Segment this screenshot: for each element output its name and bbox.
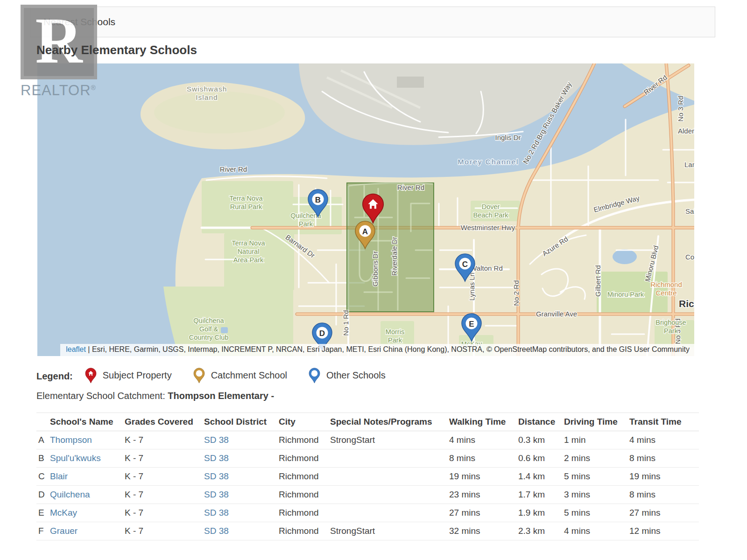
distance-cell: 1.7 km [518,486,564,504]
table-row: DQuilchenaK - 7SD 38Richmond23 mins1.7 k… [36,486,699,504]
catchment-pin-icon [193,367,205,384]
transit-cell: 19 mins [629,468,699,486]
transit-cell: 8 mins [629,449,699,468]
school-name-link[interactable]: McKay [50,508,77,518]
map-label: Alderbridge Way [678,127,694,135]
legend-label: Subject Property [103,370,172,381]
walking-cell: 27 mins [449,504,518,522]
map-label: Saba Rd [685,207,694,215]
grades-cell: K - 7 [125,504,204,522]
school-name-link-cell: Blair [50,468,125,486]
realtor-logo-letter: R [35,8,82,73]
district-link[interactable]: SD 38 [204,435,229,445]
walking-cell: 32 mins [449,522,518,540]
notes-cell: StrongStart [330,431,449,449]
table-row: CBlairK - 7SD 38Richmond19 mins1.4 km5 m… [36,468,699,486]
page-title: Nearby Elementary Schools [36,43,197,57]
distance-cell: 0.6 km [518,449,564,468]
distance-cell: 1.9 km [518,504,564,522]
map-label: Lynas Ln [468,273,476,301]
city-cell: Richmond [279,431,330,449]
map-label: River Rd [397,183,424,191]
legend-item-other: Other Schools [309,367,386,384]
leaflet-link[interactable]: leaflet [66,345,86,353]
map-label: Walton Rd [470,264,502,272]
grades-cell: K - 7 [125,486,204,504]
city-cell: Richmond [279,449,330,468]
school-name-link-cell: Spul'u'kwuks [50,449,125,468]
marker-letter: A [362,227,368,236]
driving-cell: 3 mins [564,486,629,504]
col-walking: Walking Time [449,413,518,431]
map-label: No 2 Rd [512,280,520,306]
map-label: No 3 Rd [677,96,684,121]
row-letter: A [36,431,50,449]
schools-table: School's Name Grades Covered School Dist… [36,413,699,540]
col-school-name: School's Name [50,413,125,431]
legend-label: Catchment School [211,370,287,381]
school-name-link[interactable]: Grauer [50,526,78,536]
legend-title: Legend: [36,371,73,382]
notes-cell [330,486,449,504]
row-letter: C [36,468,50,486]
district-link-cell: SD 38 [204,522,279,540]
district-link[interactable]: SD 38 [204,508,229,518]
map-label: Westminster Hwy [461,224,515,231]
legend: Legend: Subject PropertyCatchment School… [36,366,407,386]
grades-cell: K - 7 [125,449,204,468]
section-header: Nearest Schools [30,7,715,37]
col-city: City [279,413,330,431]
school-name-link-cell: Thompson [50,431,125,449]
school-name-link[interactable]: Quilchena [50,490,90,499]
schools-map[interactable]: River RdRiver RdInglis DrWestminster Hwy… [37,63,694,356]
grades-cell: K - 7 [125,468,204,486]
district-link[interactable]: SD 38 [204,471,229,481]
district-link-cell: SD 38 [204,431,279,449]
col-notes: Special Notes/Programs [330,413,449,431]
city-cell: Richmond [279,504,330,522]
map-label: No 1 Rd [342,310,350,336]
distance-cell: 2.3 km [518,522,564,540]
notes-cell: StrongStart [330,522,449,540]
notes-cell [330,468,449,486]
walking-cell: 4 mins [449,431,518,449]
district-link-cell: SD 38 [204,468,279,486]
map-label: Gilbert Rd [594,265,602,297]
col-driving: Driving Time [564,413,629,431]
district-link[interactable]: SD 38 [204,490,229,499]
transit-cell: 27 mins [629,504,699,522]
map-canvas: River RdRiver RdInglis DrWestminster Hwy… [37,63,694,356]
transit-cell: 8 mins [629,486,699,504]
realtor-brand-text: REALTOR® [21,82,97,99]
col-distance: Distance [518,413,564,431]
catchment-school-name: Thompson Elementary - [168,391,274,401]
col-district: School District [204,413,279,431]
col-transit: Transit Time [629,413,699,431]
school-name-link[interactable]: Spul'u'kwuks [50,453,101,463]
map-label: Gibbons Dr [371,251,379,287]
city-cell: Richmond [279,468,330,486]
col-grades: Grades Covered [125,413,204,431]
district-link[interactable]: SD 38 [204,453,229,463]
table-row: AThompsonK - 7SD 38RichmondStrongStart4 … [36,431,699,449]
school-name-link[interactable]: Thompson [50,435,92,445]
district-link-cell: SD 38 [204,486,279,504]
row-letter: E [36,504,50,522]
marker-letter: E [469,320,474,329]
marker-letter: C [462,260,468,269]
distance-cell: 0.3 km [518,431,564,449]
map-label: River Rd [220,165,247,173]
district-link-cell: SD 38 [204,449,279,468]
district-link[interactable]: SD 38 [204,526,229,536]
subject-pin-icon [85,367,97,384]
marker-letter: B [315,196,321,204]
table-row: FGrauerK - 7SD 38RichmondStrongStart32 m… [36,522,699,540]
map-label: Minoru Park [607,291,644,298]
school-name-link[interactable]: Blair [50,471,68,481]
school-name-link-cell: Quilchena [50,486,125,504]
attribution-text: | Esri, HERE, Garmin, USGS, Intermap, IN… [88,345,690,353]
notes-cell [330,504,449,522]
driving-cell: 5 mins [564,468,629,486]
row-letter: D [36,486,50,504]
walking-cell: 8 mins [449,449,518,468]
